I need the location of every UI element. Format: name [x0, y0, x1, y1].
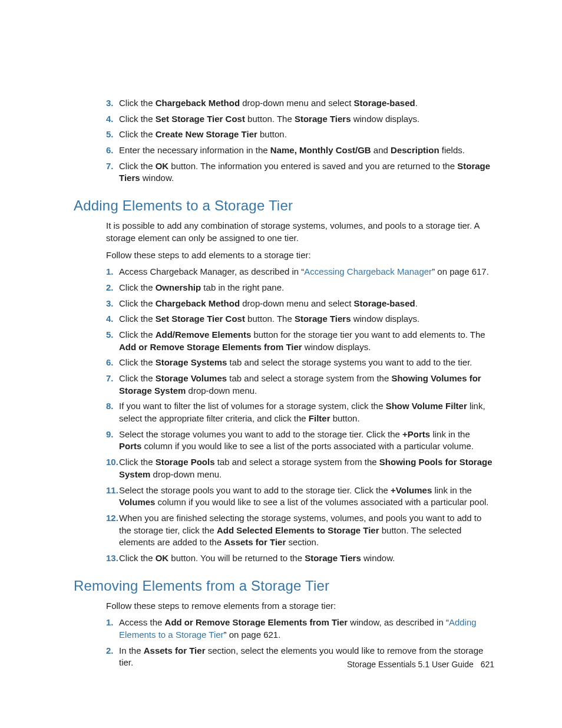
section1-step-13: Click the OK button. You will be returne… — [106, 552, 494, 565]
section1-intro-2: Follow these steps to add elements to a … — [106, 249, 494, 262]
bold-text: +Volumes — [391, 485, 432, 495]
section1-step-2: Click the Ownership tab in the right pan… — [106, 282, 494, 294]
section1-step-12: When you are finished selecting the stor… — [106, 512, 494, 549]
footer-page-number: 621 — [481, 660, 494, 669]
section2-intro-1: Follow these steps to remove elements fr… — [106, 600, 494, 612]
bold-text: +Ports — [402, 429, 430, 439]
section2-step-1: Access the Add or Remove Storage Element… — [106, 617, 494, 641]
bold-text: Name, Monthly Cost/GB — [270, 145, 371, 155]
bold-text: Storage Tiers — [295, 114, 351, 124]
footer-text: Storage Essentials 5.1 User Guide — [347, 660, 474, 669]
intro-step-4: Click the Set Storage Tier Cost button. … — [106, 113, 494, 126]
bold-text: Filter — [309, 413, 330, 423]
bold-text: Add Selected Elements to Storage Tier — [217, 525, 379, 535]
section1-step-7: Click the Storage Volumes tab and select… — [106, 373, 494, 397]
section1-step-6: Click the Storage Systems tab and select… — [106, 357, 494, 369]
page-footer: Storage Essentials 5.1 User Guide 621 — [347, 660, 494, 669]
section1-step-9: Select the storage volumes you want to a… — [106, 429, 494, 453]
bold-text: Description — [391, 145, 439, 155]
section1-step-8: If you want to filter the list of volume… — [106, 400, 494, 424]
bold-text: Chargeback Method — [156, 98, 240, 108]
bold-text: Ports — [119, 441, 141, 451]
section1-link[interactable]: Accessing Chargeback Manager — [304, 266, 432, 276]
bold-text: Set Storage Tier Cost — [156, 114, 245, 124]
bold-text: Storage Pools — [156, 457, 215, 467]
bold-text: Set Storage Tier Cost — [156, 314, 245, 324]
bold-text: Storage-based — [354, 298, 415, 308]
bold-text: Ownership — [156, 282, 201, 292]
bold-text: Chargeback Method — [156, 298, 240, 308]
bold-text: Storage-based — [354, 98, 415, 108]
bold-text: Add/Remove Elements — [156, 330, 252, 340]
intro-step-6: Enter the necessary information in the N… — [106, 144, 494, 157]
section1-step-3: Click the Chargeback Method drop-down me… — [106, 298, 494, 310]
bold-text: Storage Tiers — [295, 314, 351, 324]
heading-removing-elements: Removing Elements from a Storage Tier — [74, 578, 494, 594]
bold-text: Create New Storage Tier — [156, 129, 257, 139]
section1-step-4: Click the Set Storage Tier Cost button. … — [106, 313, 494, 325]
bold-text: Storage Tiers — [305, 553, 361, 563]
bold-text: Volumes — [119, 497, 155, 507]
page: Click the Chargeback Method drop-down me… — [0, 0, 562, 728]
bold-text: Storage Tiers — [119, 161, 490, 183]
intro-step-5: Click the Create New Storage Tier button… — [106, 129, 494, 141]
heading-adding-elements: Adding Elements to a Storage Tier — [74, 197, 494, 214]
section1-step-11: Select the storage pools you want to add… — [106, 485, 494, 509]
bold-text: Add or Remove Storage Elements from Tier — [165, 617, 348, 627]
bold-text: Show Volume Filter — [386, 401, 467, 411]
section1-step-5: Click the Add/Remove Elements button for… — [106, 329, 494, 353]
bold-text: Assets for Tier — [144, 645, 206, 655]
section1-steps-list: Access Chargeback Manager, as described … — [74, 266, 494, 564]
intro-step-3: Click the Chargeback Method drop-down me… — [106, 97, 494, 110]
bold-text: OK — [156, 553, 169, 563]
bold-text: Storage Volumes — [156, 373, 227, 383]
section1-step-1: Access Chargeback Manager, as described … — [106, 266, 494, 278]
bold-text: Add or Remove Storage Elements from Tier — [119, 342, 302, 352]
section1-intro-1: It is possible to add any combination of… — [106, 220, 494, 244]
bold-text: Storage Systems — [156, 357, 227, 367]
section1-step-10: Click the Storage Pools tab and select a… — [106, 456, 494, 480]
intro-step-7: Click the OK button. The information you… — [106, 160, 494, 185]
bold-text: Assets for Tier — [224, 537, 286, 547]
bold-text: OK — [156, 161, 169, 171]
intro-steps-list: Click the Chargeback Method drop-down me… — [74, 97, 494, 185]
